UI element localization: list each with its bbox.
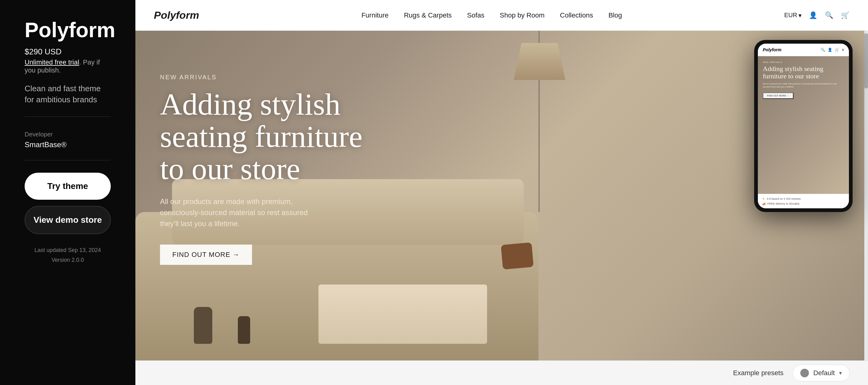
currency-chevron: ▾	[799, 12, 802, 19]
view-demo-button[interactable]: View demo store	[25, 206, 111, 234]
vase-2	[238, 316, 250, 344]
developer-name: SmartBase®	[25, 140, 111, 161]
browser-frame: Polyform Furniture Rugs & Carpets Sofas …	[135, 0, 868, 360]
theme-description: Clean and fast theme for ambitious brand…	[25, 83, 111, 117]
hero-section: NEW ARRIVALS Adding stylish seating furn…	[135, 31, 868, 360]
nav-item-collections[interactable]: Collections	[560, 11, 593, 20]
hero-tag: NEW ARRIVALS	[160, 74, 375, 81]
nav-item-blog[interactable]: Blog	[608, 11, 622, 20]
sidebar-meta: Last updated Sep 13, 2024 Version 2.0.0	[25, 245, 111, 265]
currency-label: EUR	[784, 12, 797, 19]
rating-text: 4.9 based on 4 329 reviews	[767, 197, 801, 200]
truck-icon: 🚚	[762, 202, 766, 205]
store-nav-links: Furniture Rugs & Carpets Sofas Shop by R…	[362, 11, 622, 20]
hero-subtitle: All our products are made with premium, …	[160, 196, 320, 229]
mobile-nav: Polyform 🔍 👤 🛒 ≡	[758, 44, 849, 56]
last-updated: Last updated Sep 13, 2024	[25, 245, 111, 255]
try-theme-button[interactable]: Try theme	[25, 173, 111, 200]
delivery-text: FREE delivery to Slovakia	[767, 202, 799, 205]
scroll-thumb	[864, 33, 868, 89]
example-presets-label: Example presets	[733, 369, 783, 377]
cart-icon[interactable]: 🛒	[841, 11, 849, 20]
store-nav-right: EUR ▾ 👤 🔍 🛒	[784, 11, 849, 20]
pillow	[501, 242, 533, 269]
mobile-bottom-info: ★ 4.9 based on 4 329 reviews 🚚 FREE deli…	[758, 194, 849, 208]
coffee-table	[318, 284, 487, 344]
preset-name: Default	[813, 369, 835, 377]
user-icon[interactable]: 👤	[809, 11, 817, 20]
mobile-rating: ★ 4.9 based on 4 329 reviews	[762, 197, 845, 200]
search-icon[interactable]: 🔍	[825, 11, 834, 20]
mobile-device-preview: Polyform 🔍 👤 🛒 ≡ NEW ARRIVALS	[754, 40, 852, 212]
vase-1	[194, 307, 212, 344]
theme-trial: Unlimited free trial. Pay if you publish…	[25, 58, 111, 74]
preview-area: Polyform Furniture Rugs & Carpets Sofas …	[135, 0, 868, 385]
preset-selector[interactable]: Default ▾	[793, 365, 849, 381]
trial-link[interactable]: Unlimited free trial	[25, 58, 79, 66]
mobile-hero: NEW ARRIVALS Adding stylish seating furn…	[758, 56, 849, 194]
nav-item-rugs[interactable]: Rugs & Carpets	[404, 11, 452, 20]
theme-price: $290 USD	[25, 47, 111, 57]
mobile-delivery: 🚚 FREE delivery to Slovakia	[762, 202, 845, 205]
theme-title: Polyform	[25, 19, 111, 41]
sidebar: Polyform $290 USD Unlimited free trial. …	[0, 0, 135, 385]
version: Version 2.0.0	[25, 255, 111, 265]
preset-color-dot	[800, 369, 809, 377]
mobile-search-icon: 🔍	[820, 48, 825, 52]
mobile-user-icon: 👤	[828, 48, 832, 52]
mobile-hero-tag: NEW ARRIVALS	[763, 61, 844, 63]
mobile-nav-icons: 🔍 👤 🛒 ≡	[820, 48, 844, 52]
hero-content: NEW ARRIVALS Adding stylish seating furn…	[160, 74, 375, 265]
preset-chevron-icon: ▾	[839, 370, 842, 376]
lamp-shade	[514, 43, 565, 80]
nav-item-sofas[interactable]: Sofas	[467, 11, 484, 20]
mobile-cart-icon: 🛒	[835, 48, 839, 52]
nav-item-shop-room[interactable]: Shop by Room	[500, 11, 545, 20]
hero-title: Adding stylish seating furniture to our …	[160, 88, 375, 185]
mobile-hero-title: Adding stylish seating furniture to our …	[763, 65, 844, 80]
store-logo: Polyform	[154, 9, 199, 21]
mobile-hero-content: NEW ARRIVALS Adding stylish seating furn…	[763, 61, 844, 99]
mobile-logo: Polyform	[763, 47, 781, 52]
mobile-cta-button[interactable]: FIND OUT MORE →	[763, 93, 794, 99]
nav-item-furniture[interactable]: Furniture	[362, 11, 389, 20]
scrollbar[interactable]	[864, 31, 868, 360]
mobile-menu-icon: ≡	[842, 48, 844, 52]
store-nav: Polyform Furniture Rugs & Carpets Sofas …	[135, 0, 868, 31]
mobile-screen: Polyform 🔍 👤 🛒 ≡ NEW ARRIVALS	[758, 44, 849, 208]
currency-selector[interactable]: EUR ▾	[784, 12, 802, 19]
hero-cta-button[interactable]: FIND OUT MORE →	[160, 245, 252, 265]
star-icon: ★	[762, 197, 765, 200]
mobile-hero-subtitle: All our products are made with premium, …	[763, 82, 844, 89]
developer-label: Developer	[25, 131, 111, 138]
bottom-bar: Example presets Default ▾	[135, 360, 868, 385]
